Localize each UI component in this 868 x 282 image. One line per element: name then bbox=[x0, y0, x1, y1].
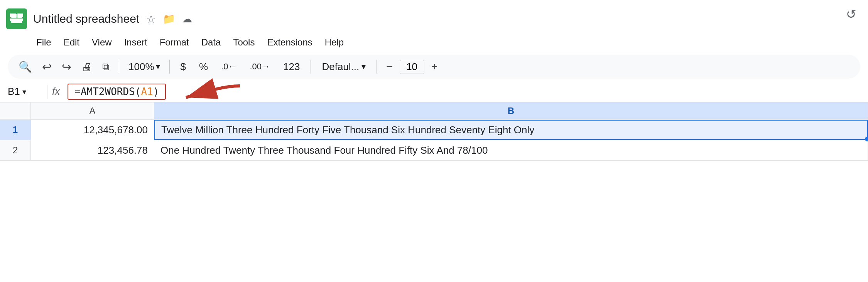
font-name-label: Defaul... bbox=[322, 61, 359, 73]
star-icon[interactable]: ☆ bbox=[146, 13, 156, 25]
percent-button[interactable]: % bbox=[194, 59, 213, 74]
cell-b2[interactable]: One Hundred Twenty Three Thousand Four H… bbox=[154, 140, 868, 160]
column-headers: A B bbox=[0, 102, 868, 120]
cell-b1-value: Twelve Million Three Hundred Forty Five … bbox=[161, 124, 534, 136]
zoom-label: 100% bbox=[128, 61, 154, 73]
decimal-dec-button[interactable]: .0← bbox=[216, 60, 241, 73]
toolbar-divider-3 bbox=[311, 60, 311, 74]
col-header-a[interactable]: A bbox=[31, 102, 154, 119]
redo-button[interactable]: ↪ bbox=[59, 59, 74, 75]
formula-arrow-annotation bbox=[174, 78, 244, 105]
font-name-dropdown[interactable]: Defaul... ▾ bbox=[317, 59, 370, 74]
title-bar: Untitled spreadsheet ☆ 📁 ☁ bbox=[0, 0, 868, 35]
cell-ref-dropdown-icon[interactable]: ▾ bbox=[22, 87, 26, 96]
table-row: 1 12,345,678.00 Twelve Million Three Hun… bbox=[0, 120, 868, 140]
row-num-2[interactable]: 2 bbox=[0, 140, 31, 160]
search-icon[interactable]: 🔍 bbox=[15, 59, 35, 75]
row-num-1[interactable]: 1 bbox=[0, 120, 31, 140]
grid-corner bbox=[0, 102, 31, 119]
menu-edit[interactable]: Edit bbox=[58, 35, 85, 49]
cell-ref-label: B1 bbox=[8, 86, 20, 97]
formula-suffix: ) bbox=[153, 86, 159, 97]
font-size-decrease-button[interactable]: − bbox=[383, 60, 395, 74]
cell-b2-value: One Hundred Twenty Three Thousand Four H… bbox=[160, 144, 488, 156]
undo-top-icon[interactable]: ↺ bbox=[846, 7, 856, 22]
print-button[interactable]: 🖨 bbox=[78, 59, 95, 75]
cloud-save-icon[interactable]: ☁ bbox=[182, 13, 192, 25]
menu-format[interactable]: Format bbox=[154, 35, 194, 49]
formula-bar-divider bbox=[47, 85, 47, 99]
toolbar-divider-4 bbox=[377, 60, 377, 74]
formula-bar: B1 ▾ fx =AMT2WORDS(A1) bbox=[0, 81, 868, 102]
spreadsheet-grid: A B 1 12,345,678.00 Twelve Million Three… bbox=[0, 102, 868, 161]
decimal-inc-button[interactable]: .00→ bbox=[245, 60, 275, 73]
number-format-button[interactable]: 123 bbox=[279, 59, 304, 74]
menu-help[interactable]: Help bbox=[319, 35, 349, 49]
cell-a2-value: 123,456.78 bbox=[98, 144, 148, 156]
menu-tools[interactable]: Tools bbox=[228, 35, 260, 49]
menu-insert[interactable]: Insert bbox=[119, 35, 153, 49]
undo-button[interactable]: ↩ bbox=[39, 59, 55, 75]
toolbar: 🔍 ↩ ↪ 🖨 ⧉ 100% ▾ $ % .0← .00→ 123 Defaul… bbox=[8, 55, 860, 79]
zoom-dropdown-icon: ▾ bbox=[156, 62, 160, 72]
sheets-icon bbox=[10, 13, 24, 25]
move-to-folder-icon[interactable]: 📁 bbox=[163, 13, 175, 25]
fx-label: fx bbox=[52, 86, 60, 97]
svg-rect-0 bbox=[11, 14, 17, 18]
toolbar-divider-1 bbox=[119, 60, 119, 74]
svg-rect-1 bbox=[17, 14, 22, 18]
currency-button[interactable]: $ bbox=[176, 59, 191, 74]
formula-input[interactable]: =AMT2WORDS(A1) bbox=[68, 84, 166, 100]
format-paint-button[interactable]: ⧉ bbox=[99, 59, 113, 74]
font-dropdown-chevron: ▾ bbox=[361, 62, 366, 72]
cell-reference-box[interactable]: B1 ▾ bbox=[8, 86, 42, 97]
spreadsheet-title[interactable]: Untitled spreadsheet bbox=[33, 12, 139, 25]
menu-bar: File Edit View Insert Format Data Tools … bbox=[0, 35, 868, 52]
col-header-b[interactable]: B bbox=[154, 102, 868, 119]
cell-a2[interactable]: 123,456.78 bbox=[31, 140, 154, 160]
formula-arg: A1 bbox=[141, 86, 153, 97]
table-row: 2 123,456.78 One Hundred Twenty Three Th… bbox=[0, 140, 868, 161]
formula-prefix: =AMT2WORDS( bbox=[74, 86, 141, 97]
menu-data[interactable]: Data bbox=[196, 35, 226, 49]
menu-extensions[interactable]: Extensions bbox=[262, 35, 317, 49]
cell-b1[interactable]: Twelve Million Three Hundred Forty Five … bbox=[154, 120, 868, 140]
svg-rect-2 bbox=[11, 19, 22, 23]
zoom-control[interactable]: 100% ▾ bbox=[125, 59, 163, 74]
cell-a1[interactable]: 12,345,678.00 bbox=[31, 120, 154, 140]
title-icon-group: ☆ 📁 ☁ bbox=[146, 13, 192, 25]
cell-a1-value: 12,345,678.00 bbox=[84, 124, 148, 136]
app-logo bbox=[6, 8, 27, 29]
menu-view[interactable]: View bbox=[86, 35, 117, 49]
font-size-increase-button[interactable]: + bbox=[428, 60, 441, 74]
font-size-input[interactable]: 10 bbox=[400, 60, 424, 74]
toolbar-divider-2 bbox=[169, 60, 170, 74]
menu-file[interactable]: File bbox=[31, 35, 57, 49]
